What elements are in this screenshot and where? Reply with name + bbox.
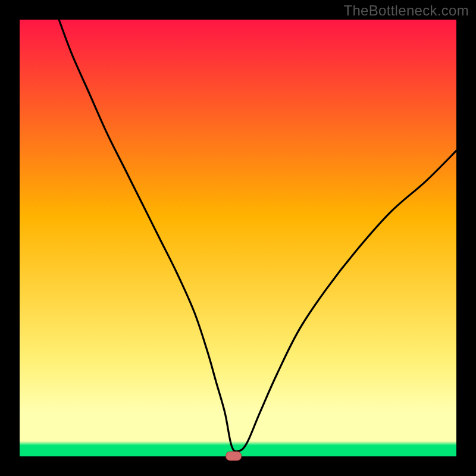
chart-frame: TheBottleneck.com [0, 0, 476, 476]
bottleneck-chart [0, 0, 476, 476]
optimal-point-marker [226, 452, 242, 461]
